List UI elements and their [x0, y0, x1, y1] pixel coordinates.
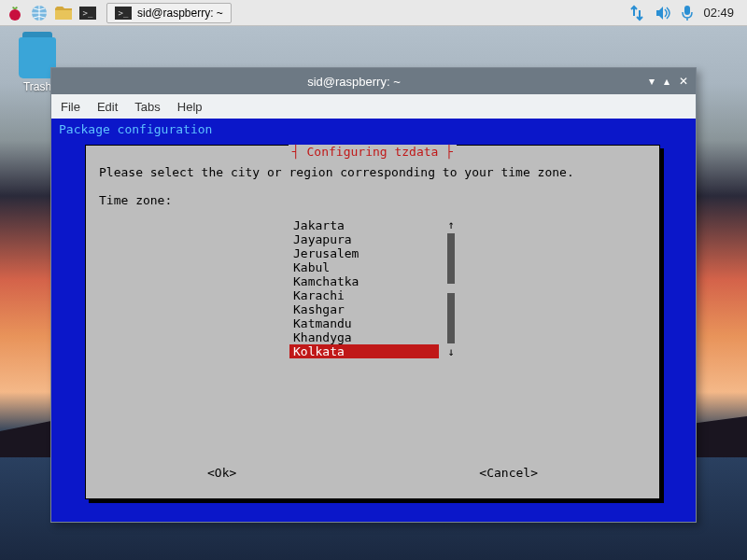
volume-icon[interactable]: [655, 5, 671, 21]
dialog-field-label: Time zone:: [99, 193, 646, 207]
menu-help[interactable]: Help: [177, 100, 203, 114]
list-item[interactable]: Kashgar: [289, 302, 439, 316]
ok-button[interactable]: <Ok>: [207, 466, 236, 480]
scroll-thumb-gap: [447, 284, 455, 293]
task-title: sid@raspberry: ~: [137, 7, 223, 20]
taskbar: >_ >_ sid@raspberry: ~ 02:49: [0, 0, 747, 26]
terminal-window: sid@raspberry: ~ ▾ ▴ ✕ File Edit Tabs He…: [50, 67, 697, 523]
scroll-down-arrow[interactable]: ↓: [447, 345, 454, 358]
svg-point-0: [9, 9, 21, 21]
trash-label: Trash: [23, 80, 51, 93]
dialog-prompt: Please select the city or region corresp…: [99, 165, 646, 179]
scroll-up-arrow[interactable]: ↑: [447, 218, 454, 231]
minimize-button[interactable]: ▾: [649, 75, 655, 88]
network-icon[interactable]: [628, 5, 645, 21]
terminal-icon: >_: [115, 7, 132, 20]
microphone-icon[interactable]: [681, 5, 694, 21]
list-item[interactable]: Karachi: [289, 288, 439, 302]
list-scrollbar[interactable]: ↑ ↓: [446, 218, 456, 358]
package-config-header: Package configuration: [55, 120, 692, 138]
clock[interactable]: 02:49: [703, 6, 734, 20]
terminal-viewport[interactable]: Package configuration ┤ Configuring tzda…: [51, 119, 696, 522]
cancel-button[interactable]: <Cancel>: [479, 466, 538, 480]
tzdata-dialog: ┤ Configuring tzdata ├ Please select the…: [85, 145, 660, 499]
list-item[interactable]: Katmandu: [289, 316, 439, 330]
list-item[interactable]: Jerusalem: [289, 246, 439, 260]
svg-rect-2: [684, 6, 690, 15]
list-item[interactable]: Kamchatka: [289, 274, 439, 288]
menu-tabs[interactable]: Tabs: [134, 100, 160, 114]
menu-file[interactable]: File: [61, 100, 80, 114]
window-title: sid@raspberry: ~: [59, 75, 649, 89]
list-item-selected[interactable]: Kolkata: [289, 344, 439, 358]
list-item[interactable]: Khandyga: [289, 330, 439, 344]
raspberry-menu-icon[interactable]: [4, 2, 26, 24]
list-item[interactable]: Kabul: [289, 260, 439, 274]
window-titlebar[interactable]: sid@raspberry: ~ ▾ ▴ ✕: [51, 68, 696, 94]
list-item[interactable]: Jakarta: [289, 218, 439, 232]
web-browser-icon[interactable]: [28, 2, 50, 24]
list-item[interactable]: Jayapura: [289, 232, 439, 246]
terminal-launcher-icon[interactable]: >_: [77, 2, 99, 24]
menu-edit[interactable]: Edit: [97, 100, 118, 114]
timezone-list[interactable]: Jakarta Jayapura Jerusalem Kabul Kamchat…: [289, 218, 439, 358]
scroll-track[interactable]: [447, 233, 455, 343]
menubar: File Edit Tabs Help: [51, 94, 696, 119]
taskbar-task-terminal[interactable]: >_ sid@raspberry: ~: [106, 3, 232, 23]
close-button[interactable]: ✕: [679, 75, 688, 88]
maximize-button[interactable]: ▴: [664, 75, 669, 88]
dialog-title: ┤ Configuring tzdata ├: [289, 145, 457, 159]
file-manager-icon[interactable]: [52, 2, 75, 24]
